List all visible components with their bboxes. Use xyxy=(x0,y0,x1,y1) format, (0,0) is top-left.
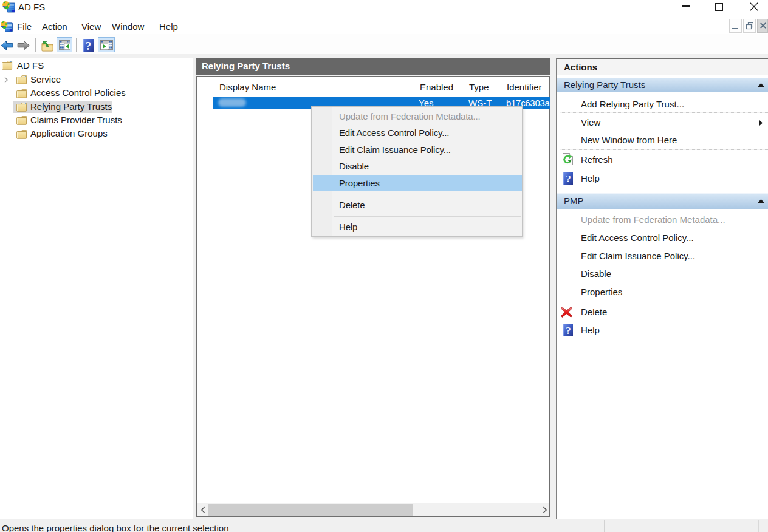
svg-text:?: ? xyxy=(566,325,571,336)
svg-text:?: ? xyxy=(86,39,92,52)
svg-text:?: ? xyxy=(566,173,571,185)
